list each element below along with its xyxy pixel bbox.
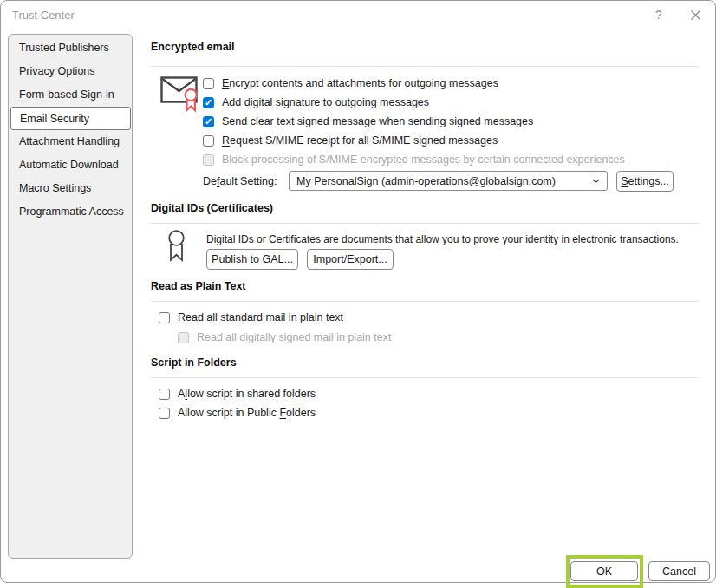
section-divider [151, 377, 699, 378]
section-divider [151, 301, 699, 302]
allow-script-shared-label: Allow script in shared folders [178, 388, 316, 400]
sidebar: Trusted Publishers Privacy Options Form-… [8, 34, 133, 559]
sidebar-item-privacy-options[interactable]: Privacy Options [9, 60, 132, 83]
allow-script-shared-checkbox[interactable] [159, 389, 170, 400]
read-standard-mail-checkbox[interactable] [159, 312, 170, 323]
sidebar-item-attachment-handling[interactable]: Attachment Handling [9, 130, 132, 154]
allow-script-public-checkbox[interactable] [159, 408, 170, 419]
encrypted-email-heading: Encrypted email [151, 41, 235, 53]
encrypted-email-options: Encrypt contents and attachments for out… [203, 74, 625, 169]
request-smime-receipt-row: Request S/MIME receipt for all S/MIME si… [203, 131, 625, 150]
sidebar-item-programmatic-access[interactable]: Programmatic Access [9, 200, 132, 224]
block-smime-processing-row: Block processing of S/MIME encrypted mes… [203, 150, 625, 169]
publish-to-gal-button[interactable]: Publish to GAL... [206, 249, 298, 270]
help-icon[interactable]: ? [651, 7, 667, 23]
envelope-icon [160, 76, 200, 115]
block-smime-processing-label: Block processing of S/MIME encrypted mes… [222, 154, 625, 166]
ok-button[interactable]: OK [570, 561, 638, 581]
encrypt-contents-row: Encrypt contents and attachments for out… [203, 74, 625, 93]
request-smime-receipt-checkbox[interactable] [203, 135, 214, 147]
add-digital-signature-label: Add digital signature to outgoing messag… [222, 96, 429, 108]
sidebar-item-automatic-download[interactable]: Automatic Download [9, 154, 132, 177]
send-clear-text-label: Send clear text signed message when send… [222, 115, 533, 127]
default-setting-label: Default Setting: [203, 171, 277, 191]
encrypt-contents-label: Encrypt contents and attachments for out… [222, 77, 498, 89]
section-divider [151, 66, 699, 67]
sidebar-item-email-security[interactable]: Email Security [10, 107, 131, 130]
section-divider [151, 223, 699, 224]
digital-ids-heading: Digital IDs (Certificates) [151, 202, 273, 214]
script-in-folders-heading: Script in Folders [151, 356, 237, 369]
chevron-down-icon [592, 179, 600, 184]
certificate-icon [165, 229, 188, 268]
window-title: Trust Center [12, 9, 75, 22]
add-digital-signature-checkbox[interactable] [203, 97, 214, 108]
sidebar-item-trusted-publishers[interactable]: Trusted Publishers [9, 36, 132, 60]
default-setting-value: My PersonalSign (admin-operations@global… [296, 175, 592, 187]
read-signed-mail-row: Read all digitally signed mail in plain … [178, 330, 391, 344]
close-icon[interactable] [687, 7, 703, 23]
digital-ids-description: Digital IDs or Certificates are document… [206, 233, 679, 245]
cancel-button[interactable]: Cancel [648, 561, 710, 581]
sidebar-item-macro-settings[interactable]: Macro Settings [9, 177, 132, 200]
sidebar-item-form-based-sign-in[interactable]: Form-based Sign-in [9, 83, 132, 107]
default-setting-dropdown[interactable]: My PersonalSign (admin-operations@global… [289, 171, 608, 191]
read-signed-mail-label: Read all digitally signed mail in plain … [197, 331, 391, 343]
encrypt-contents-checkbox[interactable] [203, 78, 214, 89]
read-plain-text-heading: Read as Plain Text [151, 280, 246, 292]
read-standard-mail-row: Read all standard mail in plain text [159, 310, 343, 324]
send-clear-text-checkbox[interactable] [203, 116, 214, 127]
add-digital-signature-row: Add digital signature to outgoing messag… [203, 93, 625, 112]
trust-center-dialog: Trust Center ? Trusted Publishers Privac… [0, 0, 716, 583]
import-export-button[interactable]: Import/Export... [307, 249, 394, 270]
allow-script-public-row: Allow script in Public Folders [159, 406, 316, 420]
settings-button[interactable]: Settings... [616, 171, 674, 192]
read-signed-mail-checkbox [178, 332, 189, 343]
allow-script-shared-row: Allow script in shared folders [159, 387, 316, 401]
block-smime-processing-checkbox [203, 154, 214, 166]
send-clear-text-row: Send clear text signed message when send… [203, 112, 625, 131]
allow-script-public-label: Allow script in Public Folders [178, 407, 316, 419]
request-smime-receipt-label: Request S/MIME receipt for all S/MIME si… [222, 134, 498, 147]
read-standard-mail-label: Read all standard mail in plain text [178, 311, 343, 323]
